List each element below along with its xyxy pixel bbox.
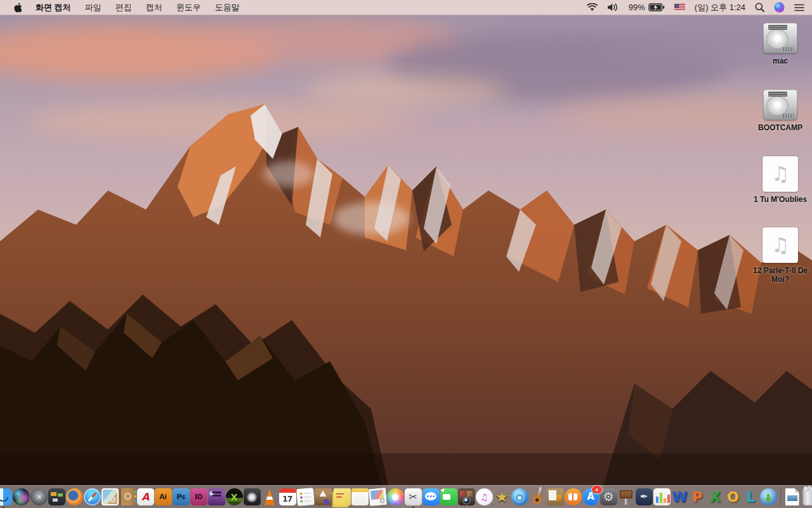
dock-toast[interactable] xyxy=(208,488,225,505)
dock-messages[interactable] xyxy=(422,488,440,505)
file-icon xyxy=(763,156,798,192)
dock-jpeg-document[interactable] xyxy=(785,488,799,505)
dock-trash[interactable] xyxy=(802,488,812,505)
dock-acrobat-reader[interactable] xyxy=(137,488,154,505)
wifi-icon[interactable] xyxy=(587,3,598,11)
dock-launchpad[interactable] xyxy=(30,488,48,505)
file-label: 1 Tu M'Oublies xyxy=(754,196,807,204)
wallpaper xyxy=(0,15,812,508)
dock-indesign[interactable] xyxy=(190,488,207,505)
dock-numbers[interactable] xyxy=(653,488,671,505)
menu-capture[interactable]: 캡처 xyxy=(139,0,169,15)
dock-xee[interactable] xyxy=(226,488,243,505)
battery-charging-icon xyxy=(648,3,665,11)
dock-divider xyxy=(780,488,781,506)
dock-pages[interactable] xyxy=(636,488,653,505)
dock-word[interactable] xyxy=(671,488,688,505)
dock-downloader[interactable] xyxy=(760,488,777,505)
spotlight-search-icon[interactable] xyxy=(755,3,764,12)
dock-finder[interactable] xyxy=(0,488,12,505)
menu-clock[interactable]: (일) 오후 1:24 xyxy=(695,2,745,13)
dock-screenflow[interactable] xyxy=(494,488,511,505)
dock-photo-booth[interactable] xyxy=(458,488,475,505)
menu-edit[interactable]: 편집 xyxy=(108,0,139,15)
menu-window[interactable]: 윈도우 xyxy=(169,0,208,15)
dock-stuffit[interactable] xyxy=(315,488,332,505)
desktop-icon-audio-12[interactable]: 12 Parle-T-Il De Moi? xyxy=(750,227,811,284)
notification-center-icon[interactable] xyxy=(794,4,804,11)
macos-desktop: 화면 캡처파일편집캡처윈도우도움말 99% xyxy=(0,0,812,508)
file-icon xyxy=(763,23,797,53)
dock-excel[interactable] xyxy=(707,488,724,505)
file-label: BOOTCAMP xyxy=(758,124,802,133)
dock-preview[interactable] xyxy=(102,488,119,505)
app-menus: 화면 캡처파일편집캡처윈도우도움말 xyxy=(29,0,247,15)
notification-badge: 4 xyxy=(592,486,602,493)
dock-scrapbook[interactable] xyxy=(547,488,564,505)
battery-indicator[interactable]: 99% xyxy=(629,3,665,12)
dock-vlc[interactable] xyxy=(261,488,278,505)
dock-system-preferences[interactable] xyxy=(600,488,617,505)
dock-notes[interactable] xyxy=(351,488,369,505)
menu-bar: 화면 캡처파일편집캡처윈도우도움말 99% xyxy=(0,0,812,15)
volume-icon[interactable] xyxy=(607,3,619,11)
menu-bar-left: 화면 캡처파일편집캡처윈도우도움말 xyxy=(0,0,247,15)
dock-reminders[interactable] xyxy=(296,488,315,506)
dock-keynote[interactable] xyxy=(618,488,635,505)
file-icon xyxy=(763,227,798,263)
menu-bar-status: 99% xyxy=(587,2,812,13)
apple-icon xyxy=(14,3,22,13)
dock-fan-control[interactable] xyxy=(244,488,261,505)
dock-photos[interactable] xyxy=(387,488,404,505)
battery-percent: 99% xyxy=(629,3,645,12)
dock-illustrator[interactable] xyxy=(155,488,172,505)
dock-video-converter[interactable] xyxy=(511,488,528,505)
dock-lync[interactable] xyxy=(742,488,759,505)
dock-mission-control[interactable] xyxy=(48,488,65,505)
dock-inner: 4 xyxy=(0,485,812,508)
menu-file[interactable]: 파일 xyxy=(78,0,108,15)
dock-ibooks[interactable] xyxy=(565,488,582,505)
dock-contacts[interactable] xyxy=(119,488,136,505)
dock-outlook[interactable] xyxy=(724,488,742,505)
input-source-us-flag[interactable] xyxy=(674,4,685,11)
dock-powerpoint[interactable] xyxy=(689,488,706,505)
apple-menu[interactable] xyxy=(8,3,29,13)
dock: 4 xyxy=(0,485,812,508)
dock-screen-capture[interactable] xyxy=(405,488,422,505)
menu-help[interactable]: 도움말 xyxy=(208,0,247,15)
dock-image-viewer[interactable] xyxy=(368,488,386,506)
dock-garageband[interactable] xyxy=(529,488,546,505)
desktop-icon-audio-1[interactable]: 1 Tu M'Oublies xyxy=(750,156,811,204)
desktop-icons: mac BOOTCAMP 1 Tu M'Oublies 12 Parle-T-I… xyxy=(750,23,811,308)
dock-photoshop[interactable] xyxy=(173,488,190,505)
dock-app-store[interactable]: 4 xyxy=(582,488,599,505)
dock-siri[interactable] xyxy=(13,488,30,505)
siri-icon[interactable] xyxy=(774,2,785,13)
file-label: mac xyxy=(773,57,788,66)
dock-facetime[interactable] xyxy=(440,488,457,505)
desktop-icon-bootcamp[interactable]: BOOTCAMP xyxy=(750,90,811,133)
dock-stickies[interactable] xyxy=(334,488,351,505)
dock-firefox[interactable] xyxy=(66,488,83,505)
dock-calendar[interactable] xyxy=(279,488,296,505)
desktop-icon-mac[interactable]: mac xyxy=(750,23,811,66)
dock-itunes[interactable] xyxy=(476,488,493,505)
dock-safari[interactable] xyxy=(84,488,101,505)
file-icon xyxy=(763,90,797,120)
file-label: 12 Parle-T-Il De Moi? xyxy=(750,267,810,284)
menu-app-title[interactable]: 화면 캡처 xyxy=(29,0,78,15)
